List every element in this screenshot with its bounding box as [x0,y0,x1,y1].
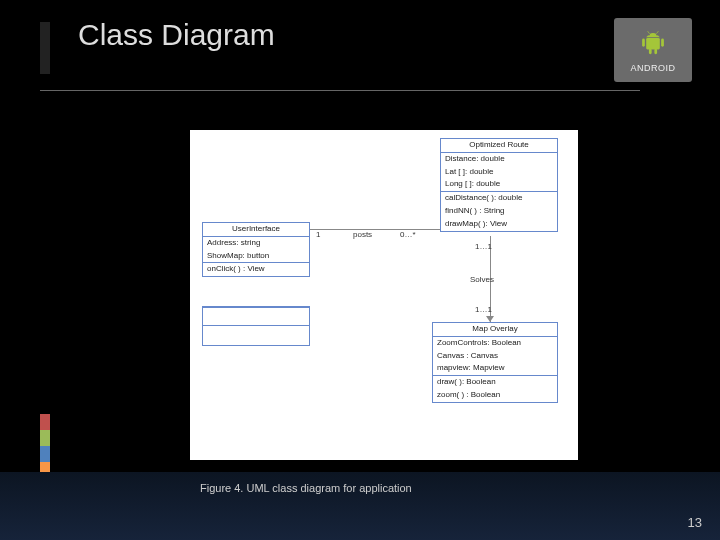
uml-mult-left: 1 [316,230,320,239]
uml-mult-top: 1…1 [475,242,492,251]
uml-diagram: UserInterface Address: string ShowMap: b… [190,130,578,460]
svg-rect-6 [654,49,657,54]
title-accent-bar [40,22,50,74]
uml-mult-right: 0…* [400,230,416,239]
uml-attr: ZoomControls: Boolean [433,337,557,350]
page-number: 13 [688,515,702,530]
uml-class-name: UserInterface [203,223,309,236]
svg-line-7 [648,31,650,34]
uml-class-mapoverlay: Map Overlay ZoomControls: Boolean Canvas… [432,322,558,403]
svg-line-8 [656,31,658,34]
uml-attr: Canvas : Canvas [433,350,557,363]
uml-op: zoom( ) : Boolean [433,389,557,402]
uml-op: drawMap( ): View [441,218,557,231]
svg-rect-2 [646,38,660,50]
uml-class-name: Optimized Route [441,139,557,152]
uml-attr: ShowMap: button [203,250,309,263]
side-accent-bar [40,414,50,478]
svg-rect-4 [661,39,664,47]
svg-rect-3 [642,39,645,47]
uml-association-posts [310,229,440,230]
uml-attr: Lat [ ]: double [441,166,557,179]
uml-op: calDistance( ): double [441,192,557,205]
uml-class-userinterface: UserInterface Address: string ShowMap: b… [202,222,310,277]
footer-band: Figure 4. UML class diagram for applicat… [0,472,720,540]
uml-attr: mapview: Mapview [433,362,557,375]
uml-class-optimizedroute: Optimized Route Distance: double Lat [ ]… [440,138,558,232]
uml-mult-bottom: 1…1 [475,305,492,314]
uml-arrow-down-icon [486,316,494,322]
android-icon [636,27,670,61]
uml-class-name: Map Overlay [433,323,557,336]
svg-rect-5 [649,49,652,54]
uml-attr: Long [ ]: double [441,178,557,191]
uml-assoc-label: posts [353,230,372,239]
android-logo-text: ANDROID [630,63,675,73]
uml-op: draw( ): Boolean [433,376,557,389]
uml-empty-box [202,306,310,346]
title-underline [40,90,640,91]
android-logo: ANDROID [614,18,692,82]
uml-attr: Address: string [203,237,309,250]
figure-caption: Figure 4. UML class diagram for applicat… [200,482,412,494]
uml-attr: Distance: double [441,153,557,166]
uml-op: findNN( ) : String [441,205,557,218]
uml-op: onClick( ) : View [203,263,309,276]
uml-assoc-label: Solves [470,275,494,284]
